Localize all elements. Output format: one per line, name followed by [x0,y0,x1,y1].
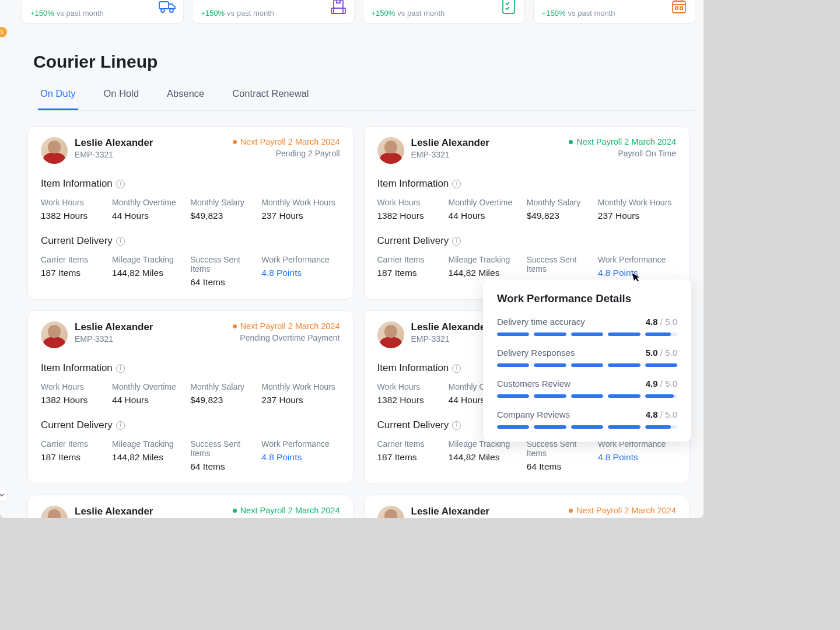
label-monthly-salary: Monthly Salary [190,198,261,207]
stat-card[interactable]: +150% vs past month [192,0,354,24]
courier-name: Leslie Alexander [75,506,153,517]
score-label: Customers Review [497,379,570,388]
value-monthly-work-hours: 237 Hours [261,395,340,405]
tab-on-duty[interactable]: On Duty [38,88,78,110]
label-mileage-tracking: Mileage Tracking [112,255,190,264]
value-monthly-salary: $49,823 [527,211,598,221]
courier-id: EMP-3321 [411,150,490,159]
label-work-hours: Work Hours [377,198,449,207]
value-monthly-overtime: 44 Hours [112,211,190,221]
score-label: Delivery time accuracy [497,317,585,327]
bar-segment [571,425,603,429]
payroll-status: Next Payroll 2 March 2024 [233,137,340,146]
bar-segment [497,363,529,367]
value-success-sent-items: 64 Items [190,277,261,288]
label-monthly-work-hours: Monthly Work Hours [261,382,340,391]
info-icon[interactable]: i [452,180,461,188]
courier-card[interactable]: Leslie Alexander EMP-3321 Next Payroll 2… [364,495,690,518]
tab-absence[interactable]: Absence [164,88,206,110]
stat-card[interactable]: +150% vs past month [533,0,695,24]
label-monthly-overtime: Monthly Overtime [112,382,190,391]
tab-contract-renewal[interactable]: Contract Renewal [230,88,311,110]
bar-segment [534,394,566,398]
label-work-performance: Work Performance [598,255,676,264]
svg-rect-0 [159,2,169,9]
courier-id: EMP-3321 [411,334,490,344]
bar-segment [534,332,566,336]
status-dot-icon [233,509,237,513]
sidebar-collapse-toggle[interactable] [0,489,8,502]
svg-rect-6 [673,1,685,13]
courier-name: Leslie Alexander [411,321,490,333]
score-row: Customers Review 4.9 / 5.0 [497,379,677,398]
info-icon[interactable]: i [452,421,461,430]
checklist-icon [500,0,517,15]
sidebar-notification-badge: 5 [0,27,7,37]
info-icon[interactable]: i [116,421,125,430]
value-work-performance[interactable]: 4.8 Points [598,452,676,463]
stat-sub: vs past month [397,9,444,18]
courier-card[interactable]: Leslie Alexander EMP-3321 Next Payroll 2… [27,126,354,300]
bar-segment [534,363,566,367]
bar-segment [645,363,677,367]
bar-segment [497,394,529,398]
payroll-status: Next Payroll 2 March 2024 [233,321,340,331]
label-monthly-work-hours: Monthly Work Hours [598,198,676,207]
bar-segment [645,425,677,429]
payroll-substatus: Pending Overtime Payment [569,517,676,518]
avatar [41,506,68,518]
label-success-sent-items: Success Sent Items [527,255,598,274]
item-information-header: Item Information i [377,178,677,190]
courier-name: Leslie Alexander [75,321,153,333]
stat-card[interactable]: +150% vs past month [22,0,184,24]
status-dot-icon [233,140,237,144]
info-icon[interactable]: i [452,364,461,373]
value-work-hours: 1382 Hours [377,395,449,405]
info-icon[interactable]: i [116,237,125,246]
value-success-sent-items: 64 Items [527,461,598,472]
courier-card[interactable]: Leslie Alexander EMP-3321 Next Payroll 2… [364,126,690,300]
courier-name: Leslie Alexander [411,137,490,149]
stat-sub: vs past month [227,9,274,18]
score-value: 4.8 / 5.0 [646,410,677,419]
score-value: 5.0 / 5.0 [646,348,677,358]
score-bar [497,394,677,398]
label-monthly-overtime: Monthly Overtime [112,198,190,207]
tab-on-hold[interactable]: On Hold [102,88,142,110]
score-value: 4.9 / 5.0 [646,379,677,388]
bar-segment [497,332,529,336]
value-work-hours: 1382 Hours [41,395,112,405]
info-icon[interactable]: i [116,364,125,373]
item-information-header: Item Information i [41,362,340,374]
courier-card[interactable]: Leslie Alexander EMP-3321 Next Payroll 2… [27,310,354,484]
label-work-hours: Work Hours [377,382,449,391]
bar-segment [571,332,603,336]
svg-rect-8 [680,7,682,9]
status-dot-icon [233,324,237,328]
avatar [41,137,68,164]
bar-segment [608,425,640,429]
calendar-icon [670,0,688,15]
payroll-status: Next Payroll 2 March 2024 [569,137,676,146]
value-work-performance[interactable]: 4.8 Points [261,268,340,278]
label-mileage-tracking: Mileage Tracking [112,439,190,449]
stat-delta: +150% [542,9,566,18]
svg-rect-7 [676,7,678,9]
stat-delta: +150% [30,9,54,18]
current-delivery-header: Current Delivery i [41,235,340,247]
label-work-hours: Work Hours [41,382,112,391]
value-carrier-items: 187 Items [377,452,449,463]
courier-card[interactable]: Leslie Alexander EMP-3321 Next Payroll 2… [27,495,354,518]
value-work-hours: 1382 Hours [377,211,449,221]
score-row: Delivery Responses 5.0 / 5.0 [497,348,677,367]
info-icon[interactable]: i [452,237,461,246]
value-work-performance[interactable]: 4.8 Points [261,452,340,463]
value-mileage-tracking: 144,82 Miles [449,452,527,463]
bar-segment [608,363,640,367]
label-work-performance: Work Performance [261,439,340,449]
info-icon[interactable]: i [116,180,125,188]
work-performance-popup: Work Performance Details Delivery time a… [483,279,691,442]
avatar [377,321,404,348]
stat-card[interactable]: +150% vs past month [363,0,525,24]
label-monthly-salary: Monthly Salary [190,382,261,391]
